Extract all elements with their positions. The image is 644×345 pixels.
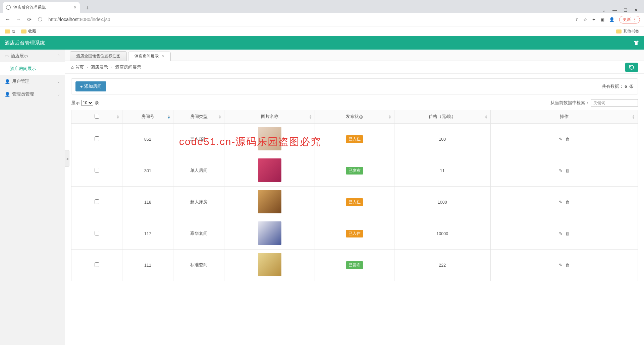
table-row: 852三人房间已入住100✎🗑: [71, 124, 638, 155]
tab-bar: 酒店后台管理系统 × + ⌄ — ☐ ✕: [0, 0, 644, 13]
col-room-no[interactable]: 房间号▲▼: [122, 110, 173, 124]
minimize-icon[interactable]: —: [612, 8, 617, 13]
edit-icon[interactable]: ✎: [559, 231, 562, 236]
tab-title: 酒店后台管理系统: [13, 5, 46, 10]
length-search-row: 显示 10 条 从当前数据中检索：: [71, 99, 638, 107]
row-checkbox[interactable]: [95, 262, 99, 267]
status-badge: 已发布: [346, 167, 363, 175]
tab-sales-map[interactable]: 酒店全国销售位置标注图: [70, 51, 127, 61]
sidebar: ▭ 酒店展示 ⌃ 酒店房间展示 👤 用户管理 ⌄ 👤 管理员管理 ⌄: [0, 50, 65, 345]
update-button[interactable]: 更新 ⋮: [619, 16, 640, 23]
cell-status: 已发布: [315, 155, 394, 187]
bookmark-fav[interactable]: 收藏: [21, 28, 36, 34]
tab-room-display[interactable]: 酒店房间展示 ×: [128, 52, 171, 61]
url-field[interactable]: http://localhost:8080/index.jsp: [47, 15, 572, 23]
delete-icon[interactable]: 🗑: [565, 200, 570, 205]
home-icon: ⌂: [71, 65, 74, 70]
crumb-p1[interactable]: 酒店展示: [91, 64, 108, 70]
theme-icon[interactable]: [633, 40, 639, 46]
browser-chrome: 酒店后台管理系统 × + ⌄ — ☐ ✕ ← → ⟳ ⓘ http://loca…: [0, 0, 644, 36]
profile-icon[interactable]: 👤: [609, 17, 614, 22]
sidebar-item-user-mgmt[interactable]: 👤 用户管理 ⌄: [0, 75, 65, 88]
delete-icon[interactable]: 🗑: [565, 263, 570, 268]
col-status[interactable]: 发布状态▲▼: [315, 110, 394, 124]
room-thumbnail[interactable]: [258, 221, 281, 245]
cell-price: 10000: [394, 218, 490, 250]
row-checkbox[interactable]: [95, 168, 99, 172]
info-icon[interactable]: ⓘ: [36, 16, 44, 22]
status-badge: 已入住: [346, 198, 363, 206]
room-thumbnail[interactable]: [258, 253, 281, 276]
extensions-icon[interactable]: ✦: [592, 17, 596, 22]
forward-button[interactable]: →: [15, 16, 22, 22]
cell-room-type: 豪华套间: [173, 218, 224, 250]
row-checkbox[interactable]: [95, 199, 99, 204]
back-button[interactable]: ←: [4, 16, 11, 22]
col-checkbox[interactable]: ▲▼: [71, 110, 122, 124]
status-badge: 已入住: [346, 230, 363, 237]
star-icon[interactable]: ☆: [583, 17, 587, 22]
cell-image: [224, 187, 315, 218]
cell-price: 11: [394, 155, 490, 187]
cell-price: 222: [394, 250, 490, 281]
breadcrumb: ⌂ 首页 › 酒店展示 › 酒店房间展示: [65, 61, 644, 74]
row-checkbox[interactable]: [95, 136, 99, 141]
delete-icon[interactable]: 🗑: [565, 137, 570, 142]
status-badge: 已发布: [346, 261, 363, 269]
chevron-down-icon: ⌄: [57, 92, 60, 96]
col-actions[interactable]: 操作▲▼: [490, 110, 638, 124]
dropdown-icon[interactable]: ⌄: [602, 8, 606, 13]
reload-button[interactable]: ⟳: [25, 16, 33, 23]
select-all-checkbox[interactable]: [95, 114, 99, 119]
room-thumbnail[interactable]: [258, 190, 281, 213]
sidebar-collapse-handle[interactable]: ◂: [65, 150, 69, 167]
share-icon[interactable]: ⇪: [575, 17, 579, 22]
table-header-row: ▲▼ 房间号▲▼ 房间类型▲▼ 图片名称▲▼ 发布状态▲▼ 价格（元/晚）▲▼ …: [71, 110, 638, 124]
plus-icon: +: [80, 84, 83, 89]
close-tab-icon[interactable]: ×: [162, 54, 164, 59]
maximize-icon[interactable]: ☐: [624, 8, 628, 13]
sidebar-item-hotel-display[interactable]: ▭ 酒店展示 ⌃: [0, 50, 65, 62]
cell-status: 已入住: [315, 187, 394, 218]
cell-image: [224, 124, 315, 155]
user-icon: 👤: [5, 79, 10, 84]
col-image[interactable]: 图片名称▲▼: [224, 110, 315, 124]
cell-status: 已发布: [315, 250, 394, 281]
sidebar-item-room-display[interactable]: 酒店房间展示: [0, 62, 65, 75]
table-row: 301单人房间已发布11✎🗑: [71, 155, 638, 187]
new-tab-button[interactable]: +: [83, 3, 92, 13]
cell-price: 100: [394, 124, 490, 155]
room-thumbnail[interactable]: [258, 158, 281, 182]
browser-tab[interactable]: 酒店后台管理系统 ×: [3, 2, 80, 13]
refresh-button[interactable]: [625, 63, 638, 72]
bookmark-rx[interactable]: rx: [5, 29, 15, 34]
delete-icon[interactable]: 🗑: [565, 168, 570, 173]
add-room-button[interactable]: + 添加房间: [75, 81, 106, 91]
bookmark-other[interactable]: 其他书签: [616, 28, 639, 34]
image-icon: ▭: [5, 54, 9, 59]
close-window-icon[interactable]: ✕: [634, 8, 638, 13]
search-input[interactable]: [591, 99, 638, 107]
table-row: 118超大床房已入住1000✎🗑: [71, 187, 638, 218]
table-row: 117豪华套间已入住10000✎🗑: [71, 218, 638, 250]
page-length-select[interactable]: 10: [81, 100, 93, 106]
address-bar: ← → ⟳ ⓘ http://localhost:8080/index.jsp …: [0, 13, 644, 26]
total-info: 共有数据：6 条: [602, 83, 634, 89]
edit-icon[interactable]: ✎: [559, 200, 562, 205]
row-checkbox[interactable]: [95, 231, 99, 235]
sidebar-item-admin-mgmt[interactable]: 👤 管理员管理 ⌄: [0, 88, 65, 100]
app-title: 酒店后台管理系统: [5, 40, 45, 46]
edit-icon[interactable]: ✎: [559, 168, 562, 173]
edit-icon[interactable]: ✎: [559, 137, 562, 142]
sidepanel-icon[interactable]: ▣: [600, 17, 604, 22]
bookmark-bar: rx 收藏 其他书签: [0, 26, 644, 36]
close-tab-icon[interactable]: ×: [74, 5, 76, 10]
delete-icon[interactable]: 🗑: [565, 231, 570, 236]
room-thumbnail[interactable]: [258, 127, 281, 150]
crumb-home[interactable]: 首页: [75, 64, 84, 70]
cell-room-no: 852: [122, 124, 173, 155]
globe-icon: [6, 5, 11, 10]
col-room-type[interactable]: 房间类型▲▼: [173, 110, 224, 124]
col-price[interactable]: 价格（元/晚）▲▼: [394, 110, 490, 124]
edit-icon[interactable]: ✎: [559, 263, 562, 268]
